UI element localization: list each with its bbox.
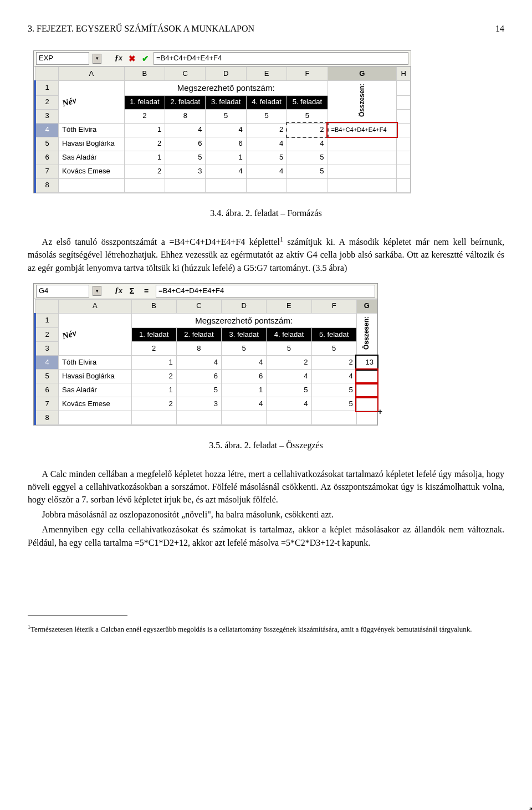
cell[interactable]: 3 <box>165 165 206 178</box>
cell[interactable]: 1 <box>124 151 165 165</box>
row-header[interactable]: 3 <box>35 109 59 123</box>
cell-task[interactable]: 3. feladat <box>222 328 267 342</box>
cell[interactable]: 4 <box>222 397 267 411</box>
cell[interactable] <box>397 178 411 192</box>
row-header[interactable]: 5 <box>35 370 59 383</box>
col-header[interactable]: E <box>246 67 287 81</box>
cell[interactable]: 4 <box>222 356 267 370</box>
fx-icon[interactable]: ƒx <box>114 54 124 64</box>
cell[interactable]: 5 <box>267 383 311 397</box>
cell[interactable]: 2 <box>267 356 311 370</box>
corner-cell[interactable] <box>35 299 59 313</box>
cell[interactable]: 2 <box>124 165 165 178</box>
cell[interactable]: 5 <box>287 151 328 165</box>
cell[interactable]: 2 <box>287 123 328 137</box>
cell[interactable] <box>267 411 311 425</box>
cell[interactable] <box>397 95 411 109</box>
col-header[interactable]: C <box>176 299 221 313</box>
cell[interactable]: 4 <box>206 123 246 137</box>
name-box-dropdown[interactable]: ▾ <box>93 54 101 64</box>
cell-title[interactable]: Megszerezhető pontszám: <box>131 313 356 328</box>
col-header-selected[interactable]: G <box>328 67 397 81</box>
col-header[interactable]: D <box>206 67 246 81</box>
cell-task[interactable]: 5. feladat <box>311 328 356 342</box>
cell[interactable] <box>59 411 132 425</box>
row-header[interactable]: 1 <box>35 81 59 96</box>
cell[interactable]: 5 <box>176 383 221 397</box>
cell[interactable]: 4 <box>246 137 287 151</box>
sum-icon[interactable]: Σ <box>127 286 137 296</box>
col-header[interactable]: H <box>397 67 411 81</box>
col-header[interactable]: E <box>267 299 311 313</box>
cell[interactable]: 5 <box>246 151 287 165</box>
cell[interactable] <box>311 411 356 425</box>
formula-input[interactable]: =B4+C4+D4+E4+F4 <box>156 285 375 298</box>
col-header[interactable]: C <box>165 67 206 81</box>
cell[interactable]: 6 <box>206 137 246 151</box>
cell[interactable]: 4 <box>206 165 246 178</box>
cell-max[interactable]: 5 <box>222 342 267 356</box>
col-header[interactable]: A <box>59 299 132 313</box>
cell[interactable]: 4 <box>267 397 311 411</box>
cell[interactable]: 4 <box>176 356 221 370</box>
row-header[interactable]: 6 <box>35 383 59 397</box>
corner-cell[interactable] <box>35 67 59 81</box>
col-header[interactable]: F <box>311 299 356 313</box>
cell-name[interactable]: Kovács Emese <box>59 165 125 178</box>
cell[interactable] <box>328 165 397 178</box>
cell[interactable]: 6 <box>222 370 267 383</box>
cell-name[interactable]: Sas Aladár <box>59 151 125 165</box>
cell[interactable]: 2 <box>131 370 176 383</box>
cell[interactable] <box>397 151 411 165</box>
cell[interactable] <box>397 165 411 178</box>
col-header[interactable]: B <box>124 67 165 81</box>
cell[interactable] <box>356 411 377 425</box>
cell-task[interactable]: 5. feladat <box>287 95 328 109</box>
cell[interactable] <box>397 123 411 137</box>
cell-task[interactable]: 2. feladat <box>165 95 206 109</box>
cell[interactable]: 1 <box>131 383 176 397</box>
cell-max[interactable]: 2 <box>131 342 176 356</box>
row-header[interactable]: 6 <box>35 151 59 165</box>
cell[interactable] <box>131 411 176 425</box>
cell-task[interactable]: 4. feladat <box>246 95 287 109</box>
cell-name[interactable]: Havasi Boglárka <box>59 137 125 151</box>
cell[interactable]: 5 <box>311 383 356 397</box>
col-header[interactable]: A <box>59 67 125 81</box>
row-header-selected[interactable]: 4 <box>35 123 59 137</box>
cell-title[interactable]: Megszerezhető pontszám: <box>124 81 328 96</box>
cell-name[interactable]: Tóth Elvira <box>59 356 132 370</box>
cell-max[interactable]: 2 <box>124 109 165 123</box>
cell-nev[interactable]: Név <box>59 313 132 356</box>
cell[interactable]: 5 <box>165 151 206 165</box>
cell[interactable]: 1 <box>124 123 165 137</box>
accept-icon[interactable]: ✔ <box>140 54 150 64</box>
row-header-selected[interactable]: 4 <box>35 356 59 370</box>
cell[interactable]: 4 <box>287 137 328 151</box>
cell-fill-range[interactable] <box>356 383 377 397</box>
cell-max[interactable]: 5 <box>206 109 246 123</box>
cell-task[interactable]: 3. feladat <box>206 95 246 109</box>
cell-max[interactable]: 5 <box>246 109 287 123</box>
cell[interactable] <box>246 178 287 192</box>
cell[interactable] <box>206 178 246 192</box>
name-box-dropdown[interactable]: ▾ <box>93 286 101 296</box>
row-header[interactable]: 5 <box>35 137 59 151</box>
cell[interactable]: 2 <box>246 123 287 137</box>
cell-max[interactable]: 8 <box>176 342 221 356</box>
cell[interactable]: 6 <box>176 370 221 383</box>
cell-max[interactable]: 5 <box>287 109 328 123</box>
cell[interactable]: 5 <box>311 397 356 411</box>
cell[interactable]: 4 <box>267 370 311 383</box>
cell[interactable]: 5 <box>287 165 328 178</box>
row-header[interactable]: 8 <box>35 411 59 425</box>
row-header[interactable]: 7 <box>35 165 59 178</box>
cell[interactable] <box>222 411 267 425</box>
cell[interactable] <box>287 178 328 192</box>
cell[interactable] <box>59 178 125 192</box>
cell-name[interactable]: Havasi Boglárka <box>59 370 132 383</box>
cell[interactable] <box>397 81 411 96</box>
cell-osszesen[interactable]: Összesen: <box>328 81 397 124</box>
cell[interactable] <box>328 151 397 165</box>
cell-name[interactable]: Tóth Elvira <box>59 123 125 137</box>
